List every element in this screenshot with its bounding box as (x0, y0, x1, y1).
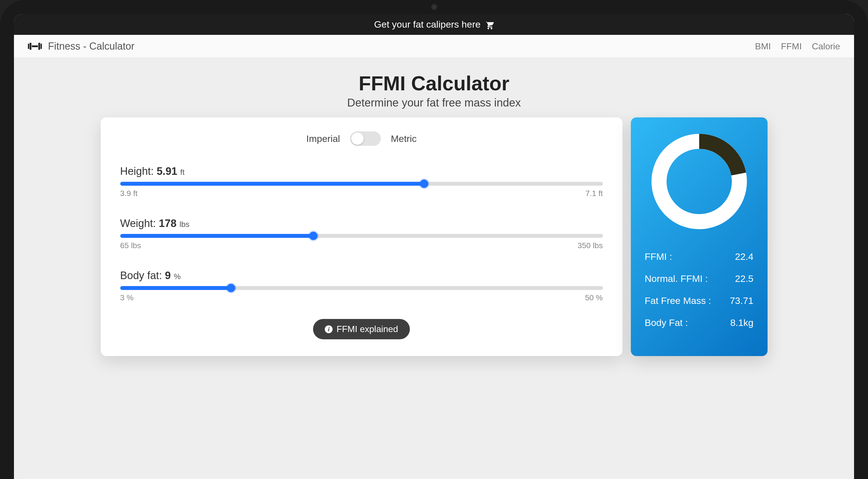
height-thumb[interactable] (420, 179, 428, 188)
brand[interactable]: Fitness - Calculator (28, 40, 134, 52)
result-ffm-value: 73.71 (730, 295, 753, 306)
bodyfat-max: 50 % (585, 293, 603, 302)
svg-rect-0 (28, 44, 29, 49)
height-min: 3.9 ft (120, 189, 137, 198)
result-normffmi-value: 22.5 (735, 273, 753, 284)
svg-rect-1 (30, 43, 31, 50)
bodyfat-label: Body fat: (120, 270, 162, 281)
results-donut (649, 131, 749, 232)
unit-toggle[interactable] (350, 131, 381, 146)
cart-icon (484, 20, 494, 29)
svg-rect-2 (32, 45, 38, 47)
info-icon: i (325, 326, 333, 333)
bodyfat-value: 9 (165, 270, 171, 281)
height-value: 5.91 (157, 165, 177, 177)
bodyfat-min: 3 % (120, 293, 134, 302)
height-unit: ft (180, 168, 185, 176)
dumbbell-icon (28, 41, 42, 51)
nav-link-calorie[interactable]: Calorie (812, 41, 840, 52)
bodyfat-slider[interactable] (120, 286, 603, 290)
navbar: Fitness - Calculator BMI FFMI Calorie (14, 35, 854, 58)
result-ffm-label: Fat Free Mass : (645, 295, 711, 306)
nav-link-ffmi[interactable]: FFMI (781, 41, 802, 52)
weight-value: 178 (159, 217, 176, 229)
promo-text: Get your fat calipers here (374, 19, 481, 30)
results-card: FFMI : 22.4 Normal. FFMI : 22.5 Fat Free… (631, 117, 768, 356)
height-slider[interactable] (120, 182, 603, 186)
promo-bar[interactable]: Get your fat calipers here (14, 14, 854, 35)
result-bodyfat-label: Body Fat : (645, 317, 688, 328)
weight-slider[interactable] (120, 234, 603, 238)
weight-unit: lbs (179, 220, 189, 229)
svg-rect-3 (38, 43, 40, 50)
weight-label: Weight: (120, 217, 156, 229)
height-label: Height: (120, 165, 154, 177)
page-title: FFMI Calculator (14, 72, 854, 95)
weight-min: 65 lbs (120, 241, 141, 250)
brand-label: Fitness - Calculator (48, 40, 134, 52)
bodyfat-unit: % (174, 272, 181, 281)
camera-dot (432, 5, 436, 9)
height-max: 7.1 ft (585, 189, 603, 198)
input-card: Imperial Metric Height: 5.91 ft (101, 117, 622, 356)
bodyfat-thumb[interactable] (227, 284, 235, 292)
toggle-knob (351, 132, 364, 145)
svg-rect-4 (40, 44, 42, 49)
weight-max: 350 lbs (578, 241, 603, 250)
nav-link-bmi[interactable]: BMI (755, 41, 771, 52)
result-ffmi-value: 22.4 (735, 251, 753, 262)
page-subtitle: Determine your fat free mass index (14, 97, 854, 109)
unit-imperial-label[interactable]: Imperial (306, 133, 340, 144)
bodyfat-slider-group: Body fat: 9 % 3 % 50 % (120, 270, 603, 302)
ffmi-explained-button[interactable]: i FFMI explained (313, 319, 410, 339)
weight-thumb[interactable] (309, 232, 317, 240)
unit-metric-label[interactable]: Metric (391, 133, 417, 144)
result-ffmi-label: FFMI : (645, 251, 672, 262)
result-bodyfat-value: 8.1kg (730, 317, 753, 328)
weight-slider-group: Weight: 178 lbs 65 lbs 350 lbs (120, 217, 603, 250)
height-slider-group: Height: 5.91 ft 3.9 ft 7.1 ft (120, 165, 603, 198)
hero: FFMI Calculator Determine your fat free … (14, 58, 854, 117)
explain-label: FFMI explained (337, 324, 398, 334)
result-normffmi-label: Normal. FFMI : (645, 273, 708, 284)
